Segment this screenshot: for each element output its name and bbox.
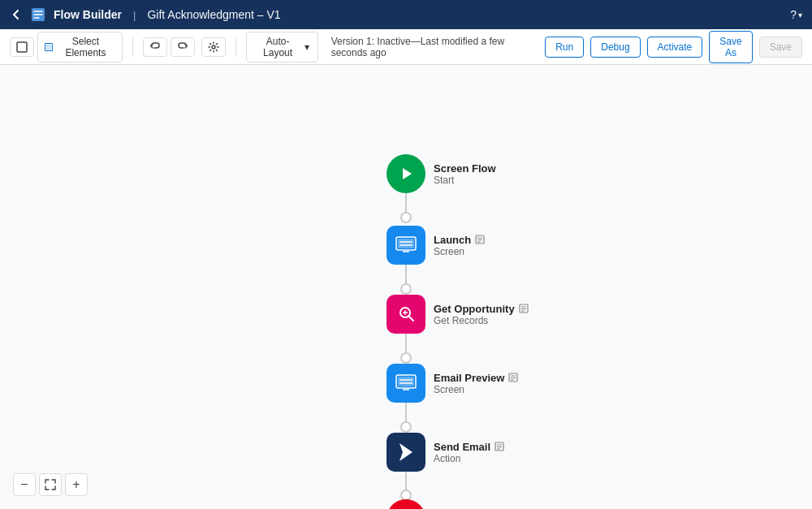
node-email-preview-title: Email Preview [434,372,518,384]
node-launch[interactable]: Launch Screen [387,226,485,265]
svg-marker-15 [403,168,412,179]
node-start-icon [387,154,425,193]
auto-layout-label: Auto-Layout [255,36,301,58]
node-email-preview[interactable]: Email Preview Screen [387,364,518,403]
node-email-preview-subtitle: Screen [434,384,518,395]
flow-canvas: Screen Flow Start Launch [0,65,812,509]
save-button[interactable]: Save [759,37,802,58]
svg-point-6 [401,213,411,222]
status-text: Version 1: Inactive—Last modified a few … [331,36,539,58]
header-separator: | [133,9,136,21]
flow-title: Gift Acknowledgment – V1 [147,8,280,21]
auto-layout-button[interactable]: Auto-Layout ▾ [246,32,318,63]
activate-button[interactable]: Activate [647,37,703,58]
node-send-email[interactable]: Send Email Action [387,433,504,472]
zoom-out-button[interactable]: − [13,473,36,496]
app-header: Flow Builder | Gift Acknowledgment – V1 … [0,0,812,29]
save-as-button[interactable]: Save As [709,31,752,63]
node-send-email-title: Send Email [434,441,504,453]
svg-line-26 [409,317,414,321]
toolbar-left: Select Elements [10,32,123,63]
undo-button[interactable] [143,37,167,57]
node-get-opportunity-subtitle: Get Records [434,315,529,326]
node-start[interactable]: Screen Flow Start [387,154,496,193]
node-start-label: Screen Flow Start [434,162,496,186]
node-end-icon [387,499,425,509]
svg-point-4 [212,45,215,49]
node-end[interactable]: End [387,499,454,509]
zoom-in-button[interactable]: + [65,473,88,496]
settings-button[interactable] [201,37,226,57]
canvas-toggle-button[interactable] [10,37,34,57]
node-get-opportunity-label: Get Opportunity Get Records [434,303,529,326]
toolbar-divider-1 [132,37,133,57]
node-launch-subtitle: Screen [434,246,485,257]
node-get-opportunity[interactable]: Get Opportunity Get Records [387,295,529,334]
node-start-subtitle: Start [434,175,496,186]
node-email-preview-label: Email Preview Screen [434,372,518,395]
toolbar-right: Run Debug Activate Save As Save [545,31,802,63]
svg-rect-34 [398,377,414,386]
svg-rect-3 [46,44,52,50]
zoom-controls: − + [13,473,88,496]
toolbar-history [143,37,195,57]
node-send-email-subtitle: Action [434,453,504,464]
svg-marker-42 [400,443,412,461]
select-elements-button[interactable]: Select Elements [37,32,123,63]
node-get-opportunity-title: Get Opportunity [434,303,529,315]
node-launch-label: Launch Screen [434,234,485,257]
node-get-opportunity-icon [387,295,425,334]
back-button[interactable] [10,8,23,21]
launch-note-icon [475,235,485,244]
node-send-email-icon [387,433,425,472]
get-opportunity-note-icon [519,304,529,313]
redo-button[interactable] [171,37,195,57]
zoom-fit-button[interactable] [39,473,62,496]
node-send-email-label: Send Email Action [434,441,504,464]
help-button[interactable]: ? ▾ [790,8,802,21]
toolbar: Select Elements Auto-Layout ▾ Version 1:… [0,29,812,65]
app-name: Flow Builder [54,8,122,21]
email-preview-note-icon [508,373,518,382]
send-email-note-icon [495,442,504,451]
svg-point-10 [401,353,411,363]
svg-point-12 [401,422,411,432]
node-launch-title: Launch [434,234,485,246]
svg-rect-1 [17,42,27,52]
svg-point-8 [401,284,411,294]
node-start-title: Screen Flow [434,162,496,175]
flow-builder-icon [31,7,45,22]
run-button[interactable]: Run [545,37,584,58]
select-elements-label: Select Elements [56,36,115,58]
node-email-preview-icon [387,364,425,403]
debug-button[interactable]: Debug [590,37,640,58]
node-launch-icon [387,226,425,265]
auto-layout-caret: ▾ [304,41,309,53]
svg-rect-17 [398,239,414,248]
toolbar-divider-2 [235,37,236,57]
